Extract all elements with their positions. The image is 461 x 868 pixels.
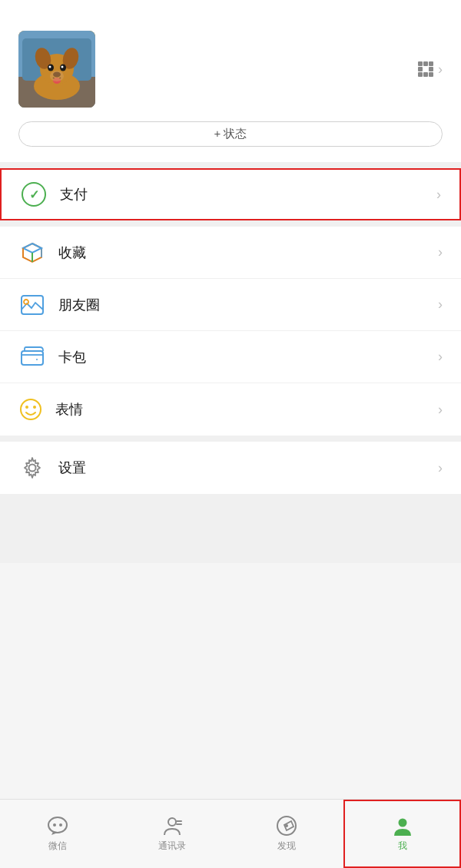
favorites-label: 收藏	[58, 244, 438, 262]
emoji-arrow-icon: ›	[438, 402, 443, 418]
moments-icon	[18, 291, 46, 319]
svg-point-23	[25, 406, 28, 409]
secondary-menu-section: 收藏 › 朋友圈 › 卡包 ›	[0, 227, 461, 436]
status-button[interactable]: + 状态	[18, 121, 443, 147]
favorites-icon	[18, 239, 46, 267]
payment-label: 支付	[60, 185, 436, 204]
profile-menu-divider	[0, 162, 461, 168]
svg-rect-21	[22, 351, 43, 365]
svg-point-29	[168, 818, 176, 826]
svg-point-25	[29, 465, 36, 472]
nav-me[interactable]: 我	[343, 800, 461, 868]
emoji-icon	[18, 397, 43, 422]
nav-discover[interactable]: 发现	[229, 800, 343, 868]
card-wallet-icon	[18, 343, 46, 371]
svg-marker-15	[23, 244, 41, 253]
moments-arrow-icon: ›	[438, 297, 443, 313]
svg-point-9	[49, 66, 51, 68]
emoji-menu-item[interactable]: 表情 ›	[0, 383, 461, 436]
payment-arrow-icon: ›	[436, 187, 441, 203]
qr-area[interactable]: ›	[418, 61, 443, 78]
emoji-label: 表情	[55, 400, 438, 419]
settings-arrow-icon: ›	[438, 460, 443, 476]
payment-icon	[20, 181, 48, 208]
payment-menu-item[interactable]: 支付 ›	[0, 168, 461, 220]
wechat-icon	[47, 815, 68, 837]
nav-me-label: 我	[398, 840, 407, 853]
nav-discover-label: 发现	[277, 840, 296, 853]
nav-wechat-label: 微信	[48, 840, 67, 853]
moments-menu-item[interactable]: 朋友圈 ›	[0, 279, 461, 331]
status-label: + 状态	[214, 127, 247, 141]
svg-point-24	[33, 406, 36, 409]
card-wallet-label: 卡包	[58, 348, 438, 366]
svg-point-34	[285, 824, 288, 827]
svg-point-26	[48, 817, 67, 833]
payment-check-icon	[22, 182, 46, 207]
qr-chevron-icon: ›	[438, 61, 443, 78]
contacts-icon	[161, 815, 183, 837]
favorites-arrow-icon: ›	[438, 244, 443, 260]
profile-row: ›	[18, 31, 443, 108]
profile-section: › + 状态	[0, 0, 461, 162]
me-icon	[392, 815, 413, 837]
settings-label: 设置	[58, 459, 438, 477]
avatar-image	[18, 31, 95, 108]
payment-section: 支付 ›	[0, 168, 461, 220]
settings-icon	[18, 454, 46, 482]
section-gap-2	[0, 436, 461, 442]
svg-point-10	[61, 66, 64, 68]
svg-point-27	[53, 823, 56, 827]
discover-icon	[276, 815, 297, 837]
content-spacer	[0, 494, 461, 563]
svg-point-13	[50, 71, 64, 81]
favorites-menu-item[interactable]: 收藏 ›	[0, 227, 461, 279]
svg-point-22	[21, 399, 41, 419]
card-wallet-arrow-icon: ›	[438, 349, 443, 365]
settings-section: 设置 ›	[0, 442, 461, 494]
section-gap-1	[0, 220, 461, 227]
svg-point-28	[59, 823, 62, 827]
nav-contacts-label: 通讯录	[158, 840, 186, 853]
bottom-navigation: 微信 通讯录 发现 我	[0, 799, 461, 868]
nav-wechat[interactable]: 微信	[0, 800, 114, 868]
svg-point-35	[398, 819, 406, 827]
settings-menu-item[interactable]: 设置 ›	[0, 442, 461, 494]
card-wallet-menu-item[interactable]: 卡包 ›	[0, 331, 461, 383]
avatar[interactable]	[18, 31, 95, 108]
qr-icon	[418, 61, 433, 77]
svg-point-20	[24, 300, 28, 304]
moments-label: 朋友圈	[58, 296, 438, 314]
nav-contacts[interactable]: 通讯录	[114, 800, 229, 868]
